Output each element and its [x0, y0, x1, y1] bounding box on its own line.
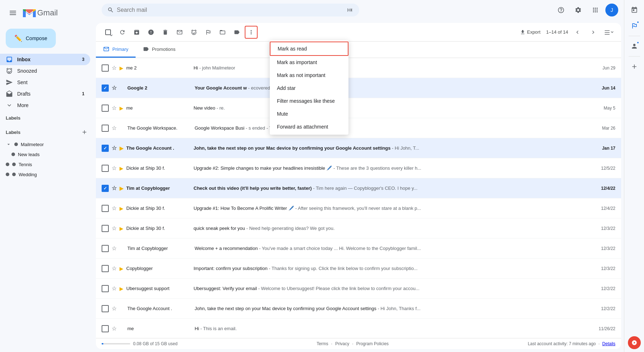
terms-link[interactable]: Terms [317, 341, 328, 346]
select-all-checkbox[interactable] [102, 26, 114, 39]
star-icon-12[interactable]: ☆ [112, 305, 117, 312]
add-label-icon-button[interactable] [79, 126, 90, 138]
row-checkbox-3[interactable] [102, 125, 109, 132]
email-row[interactable]: ☆ The Google Workspace. Google Workspace… [96, 118, 621, 138]
sidebar-item-inbox[interactable]: Inbox 3 [0, 54, 90, 65]
row-checkbox-11[interactable] [102, 285, 109, 292]
star-icon-0[interactable]: ☆ [112, 64, 117, 71]
row-checkbox-10[interactable] [102, 265, 109, 272]
label-item-tennis[interactable]: Tennis [0, 159, 96, 169]
context-menu-item-mute[interactable]: Mute [270, 107, 348, 120]
row-checkbox-9[interactable] [102, 245, 109, 252]
view-options-button[interactable] [602, 26, 615, 39]
next-page-button[interactable] [587, 26, 600, 39]
email-row[interactable]: ☆ ▶ me 2 Hi - john Mailmeteor Jun 29 [96, 58, 621, 78]
compose-label: Compose [26, 35, 47, 41]
row-checkbox-4[interactable]: ✓ [102, 145, 109, 152]
star-icon-8[interactable]: ☆ [112, 225, 117, 232]
row-checkbox-8[interactable] [102, 225, 109, 232]
email-row[interactable]: ☆ ▶ Dickie at Ship 30 f. quick sneak pee… [96, 218, 621, 238]
email-row[interactable]: ☆ Tim at Copyblogger Welcome + a recomme… [96, 238, 621, 259]
star-icon-3[interactable]: ☆ [112, 125, 117, 131]
dropdown-arrow-icon[interactable] [109, 34, 113, 37]
email-row[interactable]: ☆ ▶ Dickie at Ship 30 f. Upgrade #2: Sim… [96, 158, 621, 178]
program-policies-link[interactable]: Program Policies [356, 341, 389, 346]
context-menu-item-forward-as-attachment[interactable]: Forward as attachment [270, 120, 348, 133]
spam-button[interactable] [145, 26, 157, 39]
sidebar-item-snoozed[interactable]: Snoozed [0, 65, 90, 77]
label-item-wedding[interactable]: Wedding [0, 169, 96, 179]
row-checkbox-13[interactable] [102, 325, 109, 332]
add-label-button[interactable] [0, 122, 96, 125]
mark-unread-button[interactable] [173, 26, 186, 39]
row-checkbox-7[interactable] [102, 205, 109, 212]
row-checkbox-2[interactable] [102, 105, 109, 112]
snoozed-icon [6, 67, 13, 74]
email-row[interactable]: ☆ ▶ Copyblogger Important: confirm your … [96, 259, 621, 279]
star-icon-10[interactable]: ☆ [112, 265, 117, 272]
email-row[interactable]: ☆ ▶ Ubersuggest support Ubersuggest: Ver… [96, 279, 621, 299]
contacts-panel-button[interactable] [627, 39, 641, 53]
sidebar-item-sent[interactable]: Sent [0, 77, 90, 88]
star-icon-5[interactable]: ☆ [112, 165, 117, 172]
compose-button[interactable]: ✏️ Compose [6, 29, 56, 48]
context-menu-item-mark-as-important[interactable]: Mark as important [270, 56, 348, 69]
star-icon-6[interactable]: ☆ [112, 185, 117, 192]
add-to-tasks-button[interactable] [202, 26, 215, 39]
row-checkbox-12[interactable] [102, 305, 109, 312]
search-input[interactable] [117, 7, 344, 13]
details-link[interactable]: Details [602, 341, 615, 346]
email-row[interactable]: ☆ The Google Account . John, take the ne… [96, 299, 621, 319]
email-row[interactable]: ☆ ▶ Dickie at Ship 30 f. Upgrade #1: How… [96, 198, 621, 218]
apps-button[interactable] [588, 3, 602, 17]
red-circle-icon[interactable] [628, 336, 641, 349]
star-icon-13[interactable]: ☆ [112, 325, 117, 332]
user-avatar[interactable]: J [605, 4, 618, 16]
snooze-button[interactable] [187, 26, 200, 39]
context-menu-item-mark-as-not-important[interactable]: Mark as not important [270, 69, 348, 82]
email-row[interactable]: ☆ me Hi - This is an email. 11/26/22 [96, 319, 621, 338]
label-item-new-leads[interactable]: New leads [0, 149, 96, 159]
calendar-panel-button[interactable] [627, 3, 641, 17]
prev-page-button[interactable] [571, 26, 584, 39]
row-checkbox-1[interactable]: ✓ [102, 85, 109, 92]
tab-primary[interactable]: Primary [96, 42, 136, 58]
sidebar-item-more[interactable]: More [0, 100, 90, 111]
context-menu-item-add-star[interactable]: Add star [270, 82, 348, 95]
row-checkbox-0[interactable] [102, 64, 109, 72]
tasks-panel-button[interactable] [627, 19, 641, 33]
star-icon-4[interactable]: ☆ [112, 145, 117, 151]
email-row[interactable]: ☆ ▶ me New video - re. May 5 [96, 98, 621, 118]
email-row[interactable]: ✓ ☆ Google 2 Your Google Account w - eco… [96, 78, 621, 98]
settings-button[interactable] [571, 3, 585, 17]
star-icon-9[interactable]: ☆ [112, 245, 117, 252]
more-options-button[interactable] [245, 26, 258, 39]
email-subject-preview-8: quick sneak peek for you - Need help gen… [194, 226, 595, 231]
email-row[interactable]: ✓ ☆ ▶ Tim at Copyblogger Check out this … [96, 178, 621, 198]
row-checkbox-6[interactable]: ✓ [102, 185, 109, 192]
email-row[interactable]: ✓ ☆ ▶ The Google Account . John, take th… [96, 138, 621, 158]
context-menu-item-mark-as-read[interactable]: Mark as read [270, 42, 348, 56]
context-menu-item-filter-messages[interactable]: Filter messages like these [270, 95, 348, 107]
move-to-button[interactable] [216, 26, 229, 39]
star-icon-2[interactable]: ☆ [112, 105, 117, 111]
star-icon-1[interactable]: ☆ [112, 85, 117, 91]
add-panel-button[interactable] [627, 59, 641, 74]
export-button[interactable]: Export [517, 28, 543, 37]
label-item-mailmeteor[interactable]: Mailmeteor [0, 139, 96, 149]
sidebar-item-drafts[interactable]: Drafts 1 [0, 88, 90, 100]
search-options-icon[interactable] [347, 6, 353, 14]
star-icon-11[interactable]: ☆ [112, 285, 117, 292]
search-bar[interactable] [102, 4, 359, 16]
menu-icon[interactable] [6, 6, 20, 20]
email-subject-preview-5: Upgrade #2: Simple changes to make your … [194, 165, 595, 171]
help-button[interactable] [554, 3, 568, 17]
archive-button[interactable] [130, 26, 143, 39]
label-button[interactable] [230, 26, 243, 39]
star-icon-7[interactable]: ☆ [112, 205, 117, 212]
refresh-button[interactable] [116, 26, 129, 39]
privacy-link[interactable]: Privacy [335, 341, 349, 346]
tab-promotions[interactable]: Promotions [136, 42, 183, 58]
delete-button[interactable] [159, 26, 172, 39]
row-checkbox-5[interactable] [102, 165, 109, 172]
